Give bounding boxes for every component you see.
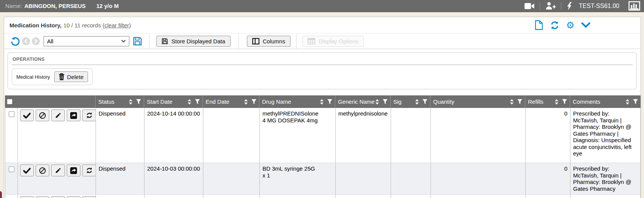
filter-funnel-icon[interactable] [327,99,332,104]
status-cell [96,195,145,198]
renew-refresh-button[interactable] [82,109,96,121]
name-label: Name: [5,3,22,9]
column-label: Drug Name [262,98,291,105]
sort-icon[interactable] [555,99,558,105]
sort-icon[interactable] [510,99,514,105]
column-header-quantity: Quantity [430,95,525,108]
add-person-icon[interactable] [545,2,556,10]
quantity-cell [431,195,526,198]
filter-funnel-icon[interactable] [633,99,638,104]
columns-button[interactable]: Columns [247,36,291,47]
save-icon[interactable] [133,36,142,46]
forward-button[interactable] [67,196,80,198]
gear-icon[interactable]: ⚙ [566,21,575,30]
sort-icon[interactable] [188,99,191,105]
drug-name-text: methylPREDNISolone 4 MG DOSEPAK 4mg [262,110,318,124]
renew-refresh-button[interactable] [82,165,96,176]
edit-button[interactable] [51,109,65,121]
circle-chevron-left-icon[interactable] [22,37,30,45]
block-icon [39,167,46,174]
app-window: { "colors":{ "accent_blue":"#1787c9", "t… [0,0,644,198]
approve-check-button[interactable] [20,109,34,121]
drug-name-cell: BD 3mL syringe 25G x 1 [260,163,336,194]
trash-icon [59,73,64,80]
operations-section: OPERATIONS Medical History Delete [8,52,637,89]
filter-dropdown[interactable]: All [44,36,129,46]
filter-funnel-icon[interactable] [562,99,567,104]
store-displayed-data-button[interactable]: Store Displayed Data [156,36,231,47]
medical-history-group: Medical History Delete [12,68,93,85]
records-count: 10 / 11 records [63,22,101,29]
column-header-end-date: End Date [203,95,259,108]
table-header-select-cell [5,95,96,108]
discontinue-block-button[interactable] [36,196,49,198]
panel-header: Medication History, 10 / 11 records (cle… [4,17,641,33]
forward-arrow-icon [70,167,77,174]
comments-cell: Prescribed by: McTavish, Tarquin | Pharm… [570,163,641,194]
column-label: Refills [528,98,543,105]
forward-button[interactable] [67,165,80,176]
undo-icon[interactable] [10,36,20,46]
column-label: Start Date [147,98,173,105]
start-date-cell: 2024-10-03 00:00:00 [145,163,203,194]
page-title: Medication History, [9,22,61,29]
approve-check-button[interactable] [20,165,34,176]
grid-icon [308,38,315,44]
quantity-cell [431,108,526,163]
generic-name-cell: methylprednisolone [336,108,391,163]
banner-actions: TEST-SS61.00 [525,1,640,11]
forward-arrow-icon [70,112,77,119]
discontinue-block-button[interactable] [36,165,49,176]
sort-icon[interactable] [375,99,379,105]
edit-button[interactable] [51,196,65,198]
sort-icon[interactable] [415,99,419,105]
clear-filter-link[interactable]: clear filter [104,22,129,29]
column-header-drug-name: Drug Name [259,95,335,108]
filter-funnel-icon[interactable] [195,99,200,104]
refresh-icon[interactable] [550,21,560,30]
filter-funnel-icon[interactable] [383,99,388,104]
filter-funnel-icon[interactable] [423,99,427,104]
column-header-comments: Comments [570,95,641,108]
start-date-cell [145,195,203,198]
edit-button[interactable] [51,165,65,176]
renew-refresh-button[interactable] [82,196,96,198]
sig-cell [391,195,431,198]
filter-funnel-icon[interactable] [251,99,256,104]
sort-icon[interactable] [244,99,248,105]
row-checkbox[interactable] [9,166,14,172]
bar-chart-icon[interactable] [628,1,640,11]
edit-pencil-icon [55,167,61,174]
select-all-checkbox[interactable] [7,99,12,104]
sort-icon[interactable] [626,99,629,105]
row-checkbox[interactable] [9,111,14,117]
chevron-down-icon[interactable] [581,22,591,28]
discontinue-block-button[interactable] [36,109,49,121]
sort-icon[interactable] [129,99,132,105]
display-options-button: Display Options [302,36,364,47]
divider [561,2,561,10]
panel-header-actions: ⚙ [535,20,591,30]
row-actions-cell [5,195,96,198]
medication-table: Status Start Date End Date Drug Name Gen [5,95,641,198]
forward-button[interactable] [67,109,80,121]
column-label: Comments [573,98,600,105]
row-checkbox-cell [5,195,18,198]
filter-funnel-icon[interactable] [136,99,141,104]
sort-icon[interactable] [320,99,324,105]
table-row [5,195,641,198]
patient-age-sex: 12 y/o M [96,3,119,9]
status-cell: Dispensed [96,163,145,194]
new-document-icon[interactable] [535,20,543,30]
lightning-icon[interactable] [567,2,572,10]
circle-chevron-right-icon[interactable] [32,37,40,45]
approve-check-button[interactable] [20,196,34,198]
delete-button[interactable]: Delete [54,71,88,82]
edit-pencil-icon [55,112,61,119]
drug-name-text: BD 3mL syringe 25G x 1 [262,165,318,179]
generic-name-cell [336,195,391,198]
end-date-cell [203,108,260,163]
video-camera-icon[interactable] [525,3,534,10]
filter-funnel-icon[interactable] [517,99,522,104]
check-icon [23,112,31,119]
